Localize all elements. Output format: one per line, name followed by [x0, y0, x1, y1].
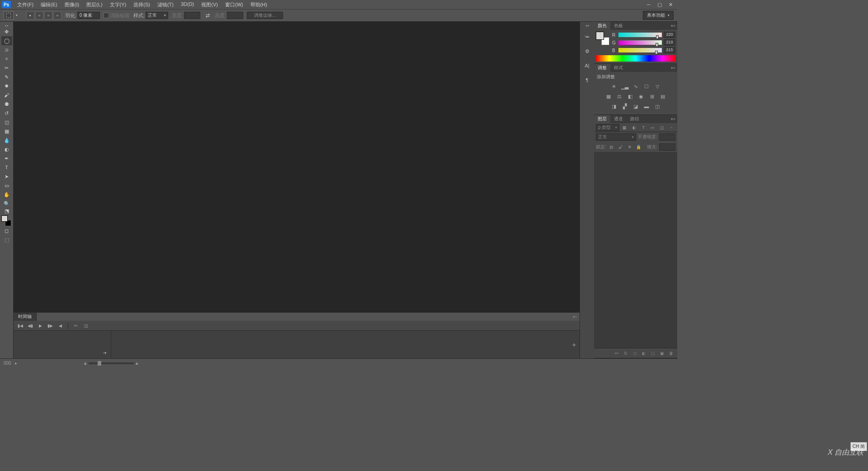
channels-tab[interactable]: 通道 [610, 115, 627, 123]
strip-grip-icon[interactable]: ◂◂ [585, 24, 589, 28]
subtract-selection-button[interactable]: ▫ [44, 11, 52, 19]
healing-brush-tool[interactable]: ✹ [1, 81, 12, 90]
character-panel-icon[interactable]: A| [582, 60, 593, 71]
new-selection-button[interactable]: ▪ [26, 11, 34, 19]
new-group-icon[interactable]: ▢ [649, 350, 656, 357]
rectangle-tool[interactable]: ▭ [1, 181, 12, 190]
layers-panel-menu-icon[interactable]: ▾≡ [669, 117, 677, 121]
marquee-tool[interactable]: ◯ [1, 36, 12, 45]
quick-mask-tool[interactable]: ◻ [1, 226, 12, 235]
eraser-tool[interactable]: ◫ [1, 118, 12, 127]
hue-sat-icon[interactable]: ▦ [604, 93, 613, 100]
invert-icon[interactable]: ◨ [610, 103, 618, 110]
pen-tool[interactable]: ✒ [1, 154, 12, 163]
feather-input[interactable] [77, 12, 100, 19]
type-tool[interactable]: T [1, 163, 12, 172]
g-slider[interactable] [618, 40, 662, 45]
exposure-icon[interactable]: ☐ [642, 83, 651, 90]
filter-adjustment-icon[interactable]: ◐ [630, 124, 638, 131]
minimize-button[interactable]: ─ [644, 1, 654, 8]
style-select[interactable]: 正常 [146, 12, 168, 19]
color-swatches[interactable] [1, 215, 12, 226]
vibrance-icon[interactable]: ▽ [653, 83, 661, 90]
crop-tool[interactable]: ✂ [1, 63, 12, 72]
canvas[interactable] [14, 22, 580, 312]
b-slider[interactable] [618, 48, 662, 52]
lock-all-icon[interactable]: 🔒 [635, 144, 642, 150]
timeline-track-area[interactable]: + [111, 331, 580, 358]
add-media-button[interactable]: + [572, 341, 576, 348]
workspace-switcher[interactable]: 基本功能 [643, 11, 674, 20]
menu-image[interactable]: 图像(I) [62, 0, 82, 9]
close-button[interactable]: ✕ [665, 1, 675, 8]
intersect-selection-button[interactable]: ▫ [53, 11, 61, 19]
menu-view[interactable]: 视图(V) [198, 0, 221, 9]
threshold-icon[interactable]: ◪ [632, 103, 640, 110]
r-value[interactable]: 220 [664, 32, 675, 38]
track-options-icon[interactable]: ▫▾ [101, 349, 109, 357]
filter-toggle-icon[interactable]: ▫ [667, 124, 675, 131]
menu-layer[interactable]: 图层(L) [84, 0, 105, 9]
color-tab[interactable]: 颜色 [594, 22, 610, 30]
layer-mask-icon[interactable]: ◻ [631, 350, 638, 357]
selective-color-icon[interactable]: ◫ [653, 103, 661, 110]
new-layer-icon[interactable]: ▣ [658, 350, 665, 357]
properties-panel-icon[interactable]: ⚙ [582, 46, 593, 57]
maximize-button[interactable]: ▢ [655, 1, 665, 8]
swatches-tab[interactable]: 色板 [610, 22, 627, 30]
menu-help[interactable]: 帮助(H) [248, 0, 270, 9]
screen-mode-tool[interactable]: ⬚ [1, 235, 12, 244]
zoom-tool[interactable]: 🔍 [1, 199, 12, 208]
new-fill-layer-icon[interactable]: ◐ [640, 350, 647, 357]
menu-file[interactable]: 文件(F) [14, 0, 36, 9]
gradient-map-icon[interactable]: ▬ [642, 103, 651, 110]
menu-3d[interactable]: 3D(D) [178, 0, 197, 9]
paths-tab[interactable]: 路径 [627, 115, 643, 123]
filter-pixel-icon[interactable]: ▦ [621, 124, 629, 131]
move-tool[interactable]: ✥ [1, 27, 12, 36]
filter-shape-icon[interactable]: ▭ [649, 124, 657, 131]
lock-transparency-icon[interactable]: ▨ [608, 144, 615, 150]
history-panel-icon[interactable]: ≔ [582, 31, 593, 42]
menu-filter[interactable]: 滤镜(T) [155, 0, 176, 9]
color-lookup-icon[interactable]: ▤ [659, 93, 667, 100]
menu-type[interactable]: 文字(Y) [107, 0, 129, 9]
blur-tool[interactable]: 💧 [1, 136, 12, 145]
menu-edit[interactable]: 编辑(E) [38, 0, 60, 9]
panel-grip-icon[interactable]: ▸▸ [0, 24, 13, 27]
next-frame-button[interactable]: ▮▶ [46, 322, 54, 329]
path-selection-tool[interactable]: ➤ [1, 172, 12, 181]
magic-wand-tool[interactable]: ✧ [1, 54, 12, 63]
eyedropper-tool[interactable]: ✎ [1, 72, 12, 81]
zoom-slider-handle[interactable] [98, 361, 101, 366]
menu-window[interactable]: 窗口(W) [222, 0, 246, 9]
opacity-input[interactable] [659, 133, 675, 141]
zoom-readout[interactable]: 000 [4, 361, 11, 366]
refine-edge-button[interactable]: 调整边缘... [247, 12, 283, 19]
layer-style-icon[interactable]: fx [622, 350, 629, 357]
g-value[interactable]: 219 [664, 39, 675, 46]
split-clip-button[interactable]: ✄ [72, 322, 80, 329]
zoom-slider[interactable]: ▲ ▲ [89, 362, 134, 364]
adjustments-panel-menu-icon[interactable]: ▾≡ [669, 66, 677, 70]
panel-foreground-swatch[interactable] [596, 32, 604, 40]
color-panel-menu-icon[interactable]: ▾≡ [669, 24, 677, 28]
swap-dimensions-icon[interactable]: ⇄ [204, 12, 211, 19]
adjustments-tab[interactable]: 调整 [594, 64, 610, 72]
clone-stamp-tool[interactable]: ⚉ [1, 100, 12, 109]
filter-smart-icon[interactable]: ◫ [658, 124, 666, 131]
channel-mixer-icon[interactable]: ⊞ [648, 93, 656, 100]
gradient-tool[interactable]: ▦ [1, 127, 12, 136]
b-value[interactable]: 215 [664, 47, 675, 53]
r-slider[interactable] [618, 33, 662, 37]
layers-list[interactable] [594, 152, 677, 348]
dodge-tool[interactable]: ◐ [1, 145, 12, 154]
hand-tool[interactable]: ✋ [1, 190, 12, 199]
lasso-tool[interactable]: ⊃ [1, 45, 12, 54]
panel-color-swatches[interactable] [596, 32, 609, 45]
filter-type-icon[interactable]: T [639, 124, 647, 131]
transition-button[interactable]: ◫ [82, 322, 90, 329]
color-ramp[interactable] [596, 55, 675, 62]
lock-position-icon[interactable]: ✥ [626, 144, 633, 150]
styles-tab[interactable]: 样式 [610, 64, 627, 72]
